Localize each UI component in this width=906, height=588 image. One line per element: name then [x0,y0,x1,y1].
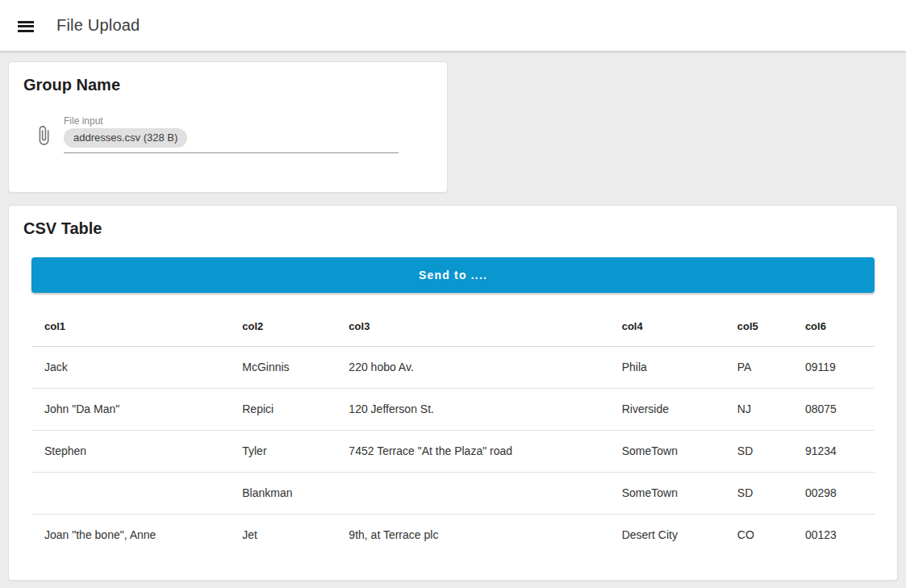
table-cell: CO [724,514,792,556]
table-cell: 120 Jefferson St. [336,388,608,430]
table-cell: SD [724,472,792,514]
table-cell: SomeTown [609,430,724,472]
file-input-field[interactable]: File input addresses.csv (328 B) [64,115,399,153]
column-header: col2 [229,307,336,346]
column-header: col6 [792,307,875,346]
column-header: col4 [609,307,724,346]
send-button-wrap: Send to .... [31,257,875,293]
table-cell: Riverside [609,388,724,430]
table-cell: Joan "the bone", Anne [31,514,229,556]
table-cell: Repici [229,388,336,430]
table-cell: John "Da Man" [31,388,229,430]
table-cell: Jack [31,346,229,388]
table-cell: SomeTown [609,472,724,514]
csv-table-wrap: col1 col2 col3 col4 col5 col6 Jack McGin… [31,307,875,556]
table-cell: SD [724,430,792,472]
table-row: Jack McGinnis 220 hobo Av. Phila PA 0911… [31,346,875,388]
table-cell: 220 hobo Av. [336,346,608,388]
file-input: File input addresses.csv (328 B) [33,115,434,153]
send-button[interactable]: Send to .... [31,257,875,293]
file-input-label: File input [64,115,399,127]
table-header-row: col1 col2 col3 col4 col5 col6 [31,307,875,346]
csv-table: col1 col2 col3 col4 col5 col6 Jack McGin… [31,307,875,556]
table-cell: Blankman [229,472,336,514]
table-cell: Desert City [609,514,724,556]
table-cell: 09119 [792,346,875,388]
table-cell: 08075 [792,388,875,430]
table-row: Blankman SomeTown SD 00298 [31,472,875,514]
table-cell: Jet [229,514,336,556]
file-chip[interactable]: addresses.csv (328 B) [64,128,187,148]
table-cell: PA [724,346,792,388]
csv-table-card-title: CSV Table [23,219,884,238]
table-row: Joan "the bone", Anne Jet 9th, at Terrac… [31,514,875,556]
table-cell: Tyler [229,430,336,472]
column-header: col3 [336,307,608,346]
table-cell: 91234 [792,430,875,472]
main-content: Group Name File input addresses.csv (328… [0,51,906,581]
column-header: col1 [31,307,229,346]
group-name-card: Group Name File input addresses.csv (328… [8,61,448,193]
csv-table-card: CSV Table Send to .... col1 col2 col3 co… [8,205,898,581]
column-header: col5 [724,307,792,346]
table-cell: 00123 [792,514,875,556]
table-cell: NJ [724,388,792,430]
table-cell: Phila [609,346,724,388]
app-bar: File Upload [0,0,906,51]
table-cell [336,472,608,514]
paperclip-icon[interactable] [33,125,52,153]
table-row: Stephen Tyler 7452 Terrace "At the Plaza… [31,430,875,472]
group-name-card-title: Group Name [23,75,434,94]
table-cell [31,472,229,514]
hamburger-menu-icon[interactable] [18,21,34,32]
table-cell: McGinnis [229,346,336,388]
table-cell: 00298 [792,472,875,514]
table-cell: Stephen [31,430,229,472]
page-title: File Upload [56,16,140,35]
table-cell: 7452 Terrace "At the Plaza" road [336,430,608,472]
table-row: John "Da Man" Repici 120 Jefferson St. R… [31,388,875,430]
table-cell: 9th, at Terrace plc [336,514,608,556]
